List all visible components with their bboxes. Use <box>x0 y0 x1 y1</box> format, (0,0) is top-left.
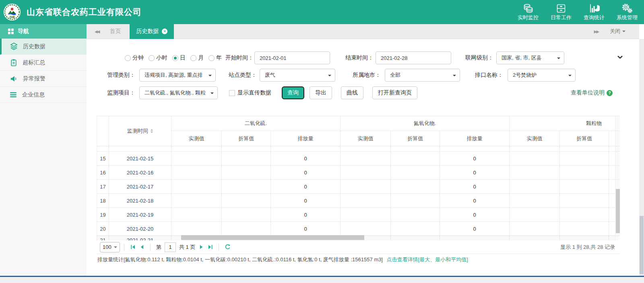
network-level-label: 联网级别： <box>465 54 493 62</box>
logo-badge-icon: ZHB <box>3 3 21 21</box>
row-number-cell: 15 <box>97 152 109 165</box>
empty-cell <box>560 208 609 221</box>
radio-circle <box>125 55 131 61</box>
refresh-button[interactable] <box>223 243 232 252</box>
end-date-input[interactable] <box>376 51 451 64</box>
empty-cell <box>560 166 609 179</box>
start-date-input[interactable] <box>254 51 330 64</box>
nox-emission-cell: 0 <box>440 222 510 236</box>
page-scrollbar[interactable] <box>639 39 644 276</box>
filter-collapse-control[interactable] <box>617 53 623 61</box>
empty-cell <box>510 180 560 193</box>
row-number-cell: 17 <box>97 180 109 193</box>
export-button[interactable]: 导出 <box>310 86 332 99</box>
query-button[interactable]: 查询 <box>282 86 304 99</box>
direct-data-checkbox[interactable] <box>229 90 235 96</box>
view-details-link[interactable]: 点击查看详情[最大、最小和平均值] <box>387 256 468 262</box>
outlet-name-select[interactable]: 2号焚烧炉 <box>508 69 576 82</box>
page-number-input[interactable] <box>165 242 176 252</box>
vertical-scrollbar-thumb[interactable] <box>616 189 620 233</box>
station-type-label: 站点类型： <box>229 72 257 79</box>
row-number-header <box>97 116 109 146</box>
period-radio-hour[interactable]: 小时 <box>149 54 167 62</box>
date-cell: 2021-02-15 <box>109 152 171 165</box>
sidebar-item-abnormal-alarm[interactable]: 异常报警 <box>0 71 87 87</box>
tab-history-data[interactable]: 历史数据 ✕ <box>130 24 174 39</box>
empty-cell <box>391 208 440 221</box>
tab-home[interactable]: 首页 <box>109 28 121 35</box>
station-type-select[interactable]: 废气 <box>260 69 335 82</box>
empty-cell <box>222 222 271 236</box>
open-new-query-page-button[interactable]: 打开新查询页 <box>372 86 417 99</box>
layers-icon <box>10 42 18 51</box>
page-size-select[interactable]: 100 <box>100 242 120 252</box>
table-row[interactable]: 20 2021-02-20 0 0 <box>97 222 620 236</box>
next-page-button[interactable] <box>197 243 206 252</box>
first-page-button[interactable] <box>128 243 137 252</box>
city-label: 所属地市： <box>353 72 381 79</box>
table-row[interactable]: 15 2021-02-15 0 0 <box>97 152 620 166</box>
table-row[interactable]: 18 2021-02-18 0 0 <box>97 194 620 208</box>
sort-icon[interactable] <box>151 129 153 133</box>
empty-cell <box>222 152 271 165</box>
city-select[interactable]: 全部 <box>385 69 460 82</box>
company-name: 山东省联合农药工业有限公司 <box>27 6 142 18</box>
sidebar-item-enterprise-info[interactable]: 企业信息 <box>0 87 87 103</box>
menu-daily-work[interactable]: 日常工作 <box>550 3 572 21</box>
empty-cell <box>171 194 222 207</box>
prev-page-button[interactable] <box>137 243 146 252</box>
vertical-scrollbar[interactable] <box>615 116 620 240</box>
table-row[interactable]: 17 2021-02-17 0 0 <box>97 180 620 194</box>
date-cell: 2021-02-18 <box>109 194 171 207</box>
sub-header: 折算值 <box>222 131 271 146</box>
period-radio-minute[interactable]: 分钟 <box>125 54 144 62</box>
stats-icon <box>589 3 600 14</box>
nox-emission-cell: 0 <box>440 208 510 221</box>
unit-description-link[interactable]: 查看单位说明 ? <box>571 86 613 100</box>
monitor-items-select[interactable]: 二氧化硫., 氮氧化物., 颗粒 <box>139 86 218 99</box>
row-number-cell: 20 <box>97 222 109 236</box>
group-header-row: 二氧化硫. 氮氧化物. 颗粒物 <box>171 116 620 131</box>
sidebar: 导航 历史数据 超标汇总 异常报警 <box>0 24 87 276</box>
row-number-cell: 16 <box>97 166 109 179</box>
last-page-button[interactable] <box>206 243 215 252</box>
empty-cell <box>510 208 560 221</box>
table-row[interactable]: 16 2021-02-16 0 0 <box>97 166 620 180</box>
empty-cell <box>391 166 440 179</box>
tab-bar-right: ▶▶ 关闭 <box>594 28 625 35</box>
tabs-scroll-left-icon[interactable]: ◀◀ <box>95 29 99 34</box>
sidebar-item-exceedance-summary[interactable]: 超标汇总 <box>0 55 87 71</box>
monitor-items-label: 监测项目： <box>107 89 135 96</box>
sub-header: 实测值 <box>341 131 391 146</box>
tabs-close-menu[interactable]: 关闭 <box>610 28 625 35</box>
group-header-nox: 氮氧化物. <box>341 116 510 131</box>
menu-label: 日常工作 <box>551 14 572 21</box>
database-icon <box>523 3 534 14</box>
filter-row-categories: 管理类别： 违规项目, 高架源, 重点排 站点类型： 废气 所属地市： 全部 排… <box>87 68 639 82</box>
radio-label: 年 <box>216 54 222 62</box>
sidebar-item-history-data[interactable]: 历史数据 <box>0 39 87 55</box>
menu-realtime-monitor[interactable]: 实时监控 <box>517 3 539 21</box>
tab-bar: ◀◀ 首页 历史数据 ✕ ▶▶ 关闭 <box>87 24 639 39</box>
so2-emission-cell: 0 <box>271 208 341 221</box>
menu-query-statistics[interactable]: 查询统计 <box>583 3 605 21</box>
network-level-select[interactable]: 国家, 省, 市, 区县 <box>496 51 564 64</box>
close-menu-label: 关闭 <box>610 28 620 35</box>
period-radio-day[interactable]: 日 <box>172 54 186 62</box>
period-radio-month[interactable]: 月 <box>190 54 204 62</box>
horizontal-scrollbar-thumb[interactable] <box>181 235 364 240</box>
period-radio-year[interactable]: 年 <box>208 54 222 62</box>
empty-cell <box>341 152 391 165</box>
horizontal-scrollbar[interactable] <box>97 235 615 240</box>
mgmt-category-select[interactable]: 违规项目, 高架源, 重点排 <box>139 69 216 82</box>
tab-close-icon[interactable]: ✕ <box>162 29 167 34</box>
page-scrollbar-thumb[interactable] <box>640 216 644 274</box>
menu-label: 系统管理 <box>617 14 638 21</box>
pollutant-headers: 二氧化硫. 氮氧化物. 颗粒物 实测值 折算值 排放量 实测值 折算值 <box>171 116 620 146</box>
table-row[interactable]: 19 2021-02-19 0 0 <box>97 208 620 222</box>
menu-system-management[interactable]: 系统管理 <box>616 3 638 21</box>
tabs-scroll-right-icon[interactable]: ▶▶ <box>594 29 599 34</box>
time-column-header[interactable]: 监测时间 <box>109 116 171 146</box>
radio-circle <box>208 55 215 61</box>
curve-button[interactable]: 曲线 <box>341 86 363 99</box>
